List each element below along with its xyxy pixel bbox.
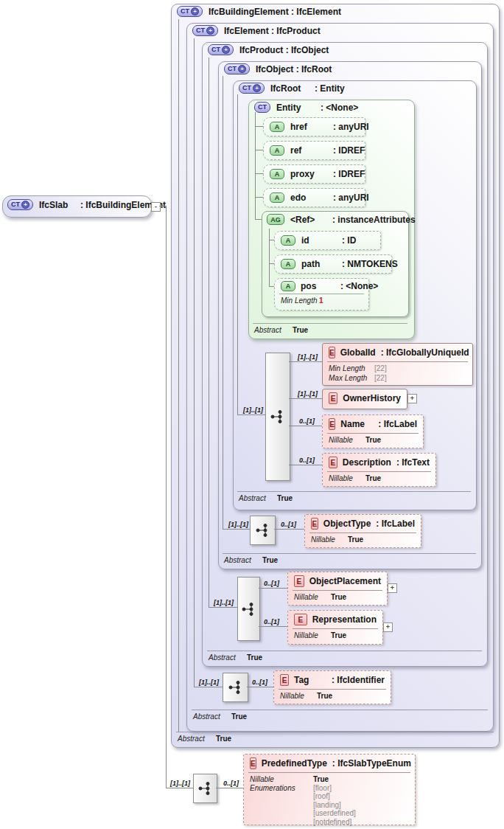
- ct-label: CT: [258, 103, 267, 111]
- connector-line: [216, 788, 243, 788]
- type-base: : Entity: [315, 83, 345, 94]
- header-ref-group: AG <Ref> : instanceAttributes: [267, 214, 416, 225]
- expand-button[interactable]: +: [383, 622, 393, 632]
- cardinality-label: 0..[1]: [299, 417, 315, 425]
- complex-type-icon: CT: [254, 102, 270, 113]
- element-name: ObjectPlacement: [309, 576, 381, 586]
- connector-line: [194, 38, 195, 687]
- connector-line: [255, 150, 263, 150]
- sequence-glyph: [228, 679, 244, 696]
- collapse-button[interactable]: -: [151, 202, 161, 212]
- attribute-type: : anyURI: [333, 122, 369, 132]
- enum-value: [userdefined]: [313, 809, 356, 818]
- attribute-icon: A: [270, 192, 284, 203]
- plus-icon: +: [253, 84, 261, 92]
- sequence-glyph: [197, 780, 214, 797]
- abstract-value: True: [262, 556, 278, 564]
- header-entity: CT Entity : <None>: [254, 102, 358, 113]
- element-objecttype: E ObjectType : IfcLabel Nillable True: [304, 514, 421, 548]
- element-type: : IfcText: [396, 457, 430, 468]
- ct-label: CT: [196, 27, 205, 35]
- element-type: : IfcSlabTypeEnum: [332, 758, 411, 769]
- attribute-icon: A: [270, 122, 284, 132]
- cardinality-label: [1]..[1]: [228, 521, 248, 528]
- ct-label: CT: [181, 7, 189, 15]
- complex-type-icon: CT+: [192, 25, 218, 36]
- facet-label: Nillable: [280, 692, 317, 700]
- connector-line: [237, 414, 265, 415]
- connector-line: [247, 687, 273, 687]
- attribute-name: path: [301, 259, 336, 269]
- complex-type-icon: CT+: [224, 63, 250, 74]
- element-tag: E Tag : IfcIdentifier Nillable True: [273, 670, 391, 704]
- plus-icon: +: [222, 46, 230, 54]
- expand-button[interactable]: +: [407, 394, 417, 403]
- connector-line: [289, 398, 322, 399]
- facet-row: Nillable True: [288, 592, 387, 601]
- xsd-diagram: CT+ IfcBuildingElement : IfcElement CT+ …: [0, 0, 504, 829]
- connector-line: [269, 240, 274, 240]
- enum-value: [landing]: [313, 801, 356, 810]
- sequence-icon: [223, 673, 248, 702]
- facet-label: Nillable: [329, 474, 365, 482]
- sequence-icon: [250, 516, 276, 545]
- element-name: ObjectType: [323, 518, 371, 529]
- element-title: E ObjectPlacement: [288, 572, 387, 589]
- facet-value: True: [331, 631, 346, 639]
- abstract-value: True: [277, 494, 293, 502]
- complex-type-icon: CT+: [7, 199, 33, 210]
- attribute-group-icon: AG: [267, 214, 284, 225]
- element-predefinedtype: E PredefinedType : IfcSlabTypeEnum Nilla…: [243, 754, 416, 825]
- connector-line: [259, 588, 287, 589]
- header-ifcbuildingelement: CT+ IfcBuildingElement : IfcElement: [177, 6, 341, 17]
- connector-line: [255, 219, 262, 220]
- element-icon: E: [329, 418, 335, 430]
- divider: [279, 294, 364, 294]
- plus-icon: +: [21, 201, 29, 209]
- element-objectplacement: E ObjectPlacement Nillable True: [287, 572, 388, 606]
- attribute-id: A id : ID: [274, 231, 381, 250]
- attribute-ref: A ref : IDREF: [263, 141, 365, 160]
- connector-line: [255, 112, 256, 219]
- facet-row: Min Length [22]: [323, 363, 472, 372]
- type-base: : <None>: [321, 103, 358, 113]
- abstract-value: True: [216, 735, 231, 743]
- abstract-label: Abstract: [254, 326, 293, 334]
- abstract-footer: Abstract True: [254, 326, 308, 334]
- enum-value: [floor]: [313, 784, 356, 793]
- divider: [253, 323, 407, 324]
- element-name: PredefinedType: [262, 758, 327, 769]
- divider: [207, 651, 482, 651]
- element-title: E Description : IfcText: [323, 454, 435, 470]
- facet-row: Nillable True: [274, 690, 391, 700]
- element-icon: E: [329, 347, 335, 358]
- facet-label: Nillable: [294, 631, 331, 639]
- complex-type-icon: CT+: [177, 6, 203, 17]
- element-representation: E Representation Nillable True: [287, 610, 383, 645]
- element-type: : IfcIdentifier: [332, 675, 385, 685]
- header-ifcobject: CT+ IfcObject : IfcRoot: [224, 63, 332, 74]
- divider: [327, 471, 431, 472]
- facet-row: Nillable True: [305, 534, 421, 544]
- ct-label: CT: [228, 65, 237, 73]
- element-icon: E: [280, 674, 289, 686]
- element-title: E GlobalId : IfcGloballyUniqueId: [323, 344, 472, 360]
- facet-values: True [floor] [roof] [landing] [userdefin…: [313, 775, 356, 826]
- connector-line: [255, 173, 263, 174]
- sequence-icon: [193, 774, 217, 803]
- connector-line: [269, 263, 274, 264]
- element-description: E Description : IfcText Nillable True: [322, 453, 436, 487]
- abstract-footer: Abstract True: [224, 556, 278, 564]
- type-title: IfcElement : IfcProduct: [224, 26, 321, 36]
- attribute-icon: A: [281, 259, 295, 269]
- element-title: E PredefinedType : IfcSlabTypeEnum: [244, 755, 415, 771]
- element-title: E OwnerHistory: [323, 389, 407, 406]
- element-icon: E: [294, 575, 304, 587]
- element-icon: E: [311, 518, 318, 530]
- element-name: GlobalId: [340, 347, 376, 358]
- cardinality-label: [1]..[1]: [214, 599, 234, 606]
- expand-button[interactable]: +: [388, 583, 397, 593]
- facet-value: True: [331, 593, 346, 601]
- attribute-pos: A pos : <None> Min Length 1: [274, 278, 369, 311]
- divider: [192, 710, 488, 710]
